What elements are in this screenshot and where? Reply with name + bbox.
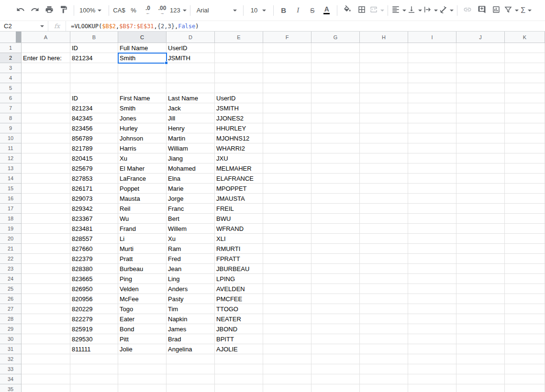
cell[interactable]: [263, 334, 311, 344]
row-header-20[interactable]: 20: [0, 234, 22, 244]
cell[interactable]: [456, 143, 505, 153]
cell[interactable]: [215, 73, 263, 83]
cell[interactable]: [22, 244, 70, 254]
cell[interactable]: [456, 274, 505, 284]
column-header-A[interactable]: A: [22, 32, 70, 43]
cell[interactable]: BPITT: [215, 334, 263, 344]
cell[interactable]: [505, 244, 545, 254]
cell[interactable]: 827660: [70, 244, 118, 254]
name-box[interactable]: C2: [0, 21, 48, 31]
cell[interactable]: 821234: [70, 53, 118, 63]
cell[interactable]: [360, 214, 408, 224]
cell[interactable]: [360, 93, 408, 103]
text-wrap-button[interactable]: [423, 4, 438, 17]
cell[interactable]: [311, 374, 360, 384]
cell[interactable]: [505, 354, 545, 364]
cell[interactable]: [408, 314, 456, 324]
cell[interactable]: [505, 83, 545, 93]
cell[interactable]: 820415: [70, 153, 118, 163]
cell[interactable]: AJOLIE: [215, 344, 263, 354]
cell[interactable]: [360, 264, 408, 274]
cell[interactable]: Smith: [118, 103, 167, 113]
cell[interactable]: [456, 284, 505, 294]
column-header-B[interactable]: B: [70, 32, 118, 43]
cell[interactable]: Frand: [118, 224, 167, 234]
cell[interactable]: [408, 204, 456, 214]
cell[interactable]: [505, 174, 545, 184]
cell[interactable]: [505, 384, 545, 392]
cell[interactable]: Wu: [118, 214, 167, 224]
cell[interactable]: [456, 93, 505, 103]
cell[interactable]: TTOGO: [215, 304, 263, 314]
cell[interactable]: [70, 354, 118, 364]
cell[interactable]: Velden: [118, 284, 167, 294]
cell[interactable]: [311, 264, 360, 274]
cell[interactable]: Pitt: [118, 334, 167, 344]
cell[interactable]: [22, 73, 70, 83]
cell[interactable]: [360, 324, 408, 334]
cell[interactable]: [22, 384, 70, 392]
cell[interactable]: [167, 364, 215, 374]
cell[interactable]: [263, 304, 311, 314]
cell[interactable]: [263, 184, 311, 194]
cell[interactable]: [215, 43, 263, 53]
cell[interactable]: WFRAND: [215, 224, 263, 234]
cell[interactable]: 820229: [70, 304, 118, 314]
cell[interactable]: MELMAHER: [215, 163, 263, 174]
cell[interactable]: [311, 244, 360, 254]
cell[interactable]: [360, 274, 408, 284]
cell[interactable]: JMAUSTA: [215, 194, 263, 204]
row-header-18[interactable]: 18: [0, 214, 22, 224]
cell[interactable]: [311, 73, 360, 83]
row-header-6[interactable]: 6: [0, 93, 22, 103]
cell[interactable]: [456, 244, 505, 254]
cell[interactable]: [408, 294, 456, 304]
cell[interactable]: Xu: [167, 234, 215, 244]
cell[interactable]: MJOHNS12: [215, 133, 263, 143]
cell[interactable]: [408, 334, 456, 344]
cell[interactable]: [360, 133, 408, 143]
cell[interactable]: [311, 143, 360, 153]
cell[interactable]: 820956: [70, 294, 118, 304]
cell[interactable]: [408, 143, 456, 153]
cell[interactable]: [505, 374, 545, 384]
cell[interactable]: Jones: [118, 113, 167, 123]
row-header-27[interactable]: 27: [0, 304, 22, 314]
cell[interactable]: JSMITH: [215, 103, 263, 113]
cell[interactable]: [263, 284, 311, 294]
column-header-C[interactable]: C: [118, 32, 167, 43]
cell[interactable]: [167, 354, 215, 364]
cell[interactable]: [22, 113, 70, 123]
cell[interactable]: [505, 224, 545, 234]
cell[interactable]: Napkin: [167, 314, 215, 324]
cell[interactable]: First Name: [118, 93, 167, 103]
cell[interactable]: [22, 274, 70, 284]
cell[interactable]: Jiang: [167, 153, 215, 163]
cell[interactable]: McFee: [118, 294, 167, 304]
cell[interactable]: James: [167, 324, 215, 334]
cell[interactable]: [311, 103, 360, 113]
cell[interactable]: JBOND: [215, 324, 263, 334]
cell[interactable]: Willem: [167, 224, 215, 234]
cell[interactable]: Fred: [167, 254, 215, 264]
insert-comment-button[interactable]: [475, 4, 489, 17]
cell[interactable]: [505, 184, 545, 194]
cell[interactable]: [215, 83, 263, 93]
cell[interactable]: [456, 354, 505, 364]
cell[interactable]: Last Name: [167, 93, 215, 103]
cell[interactable]: [263, 374, 311, 384]
cell[interactable]: [118, 73, 167, 83]
cell[interactable]: 823456: [70, 123, 118, 133]
cell[interactable]: PMCFEE: [215, 294, 263, 304]
cell[interactable]: Pasty: [167, 294, 215, 304]
cell[interactable]: 823665: [70, 274, 118, 284]
cell[interactable]: JXU: [215, 153, 263, 163]
cell[interactable]: [456, 53, 505, 63]
cell[interactable]: [311, 153, 360, 163]
column-header-K[interactable]: K: [505, 32, 545, 43]
cell[interactable]: [263, 224, 311, 234]
cell[interactable]: [263, 364, 311, 374]
cell[interactable]: UserID: [167, 43, 215, 53]
row-header-25[interactable]: 25: [0, 284, 22, 294]
cell[interactable]: [22, 194, 70, 204]
